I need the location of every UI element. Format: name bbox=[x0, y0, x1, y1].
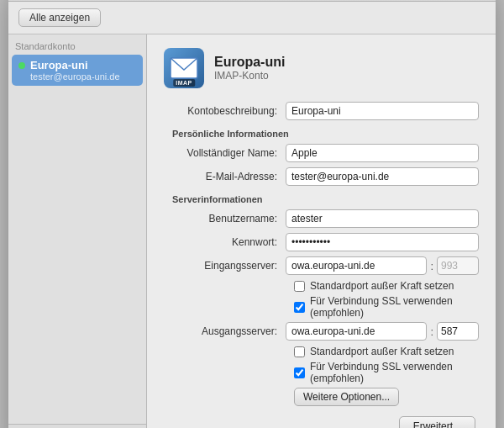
form-row-benutzername: Benutzername: bbox=[164, 209, 479, 228]
ausgangsserver-port-input[interactable] bbox=[437, 322, 479, 341]
kennwort-input[interactable] bbox=[286, 233, 479, 251]
erweitert-button[interactable]: Erweitert... bbox=[399, 416, 475, 428]
ausgang-ssl-row1: Standardport außer Kraft setzen bbox=[164, 346, 479, 357]
email-input[interactable] bbox=[286, 167, 479, 186]
status-dot-icon bbox=[18, 62, 25, 69]
eingang-standardport-checkbox[interactable] bbox=[294, 281, 305, 292]
account-type: IMAP-Konto bbox=[214, 70, 285, 82]
eingang-ssl-row2: Für Verbindung SSL verwenden (empfohlen) bbox=[164, 295, 479, 319]
form-row-kennwort: Kennwort: bbox=[164, 233, 479, 251]
ausgangsserver-row: : bbox=[286, 322, 479, 341]
benutzername-label: Benutzername: bbox=[164, 213, 286, 225]
sidebar-section-label: Standardkonto bbox=[8, 41, 146, 55]
envelope-icon bbox=[170, 57, 198, 79]
kennwort-label: Kennwort: bbox=[164, 236, 286, 248]
titlebar: Konten bbox=[8, 0, 496, 2]
eingangsserver-label: Eingangsserver: bbox=[164, 260, 286, 272]
sidebar-footer: + ▾ − ⚙ ▾ bbox=[8, 424, 146, 428]
kontobeschreibung-input[interactable] bbox=[286, 102, 479, 120]
ausgang-ssl-checkbox[interactable] bbox=[294, 367, 305, 378]
account-display-name: Europa-uni bbox=[214, 55, 285, 70]
sidebar: Standardkonto Europa-uni tester@europa-u… bbox=[8, 34, 147, 428]
form-row-email: E-Mail-Adresse: bbox=[164, 167, 479, 186]
ausgang-standardport-label: Standardport außer Kraft setzen bbox=[310, 346, 454, 357]
eingangsserver-input[interactable] bbox=[286, 256, 427, 275]
eingang-ssl-row1: Standardport außer Kraft setzen bbox=[164, 280, 479, 292]
colon-separator2: : bbox=[430, 325, 433, 338]
form-row-ausgangsserver: Ausgangsserver: : bbox=[164, 322, 479, 341]
weitere-optionen-button[interactable]: Weitere Optionen... bbox=[294, 388, 399, 406]
eingangsserver-port-input[interactable] bbox=[437, 256, 479, 275]
right-panel: IMAP Europa-uni IMAP-Konto Kontobeschrei… bbox=[147, 34, 496, 428]
account-icon: IMAP bbox=[164, 48, 204, 88]
account-header: IMAP Europa-uni IMAP-Konto bbox=[164, 48, 479, 88]
colon-separator: : bbox=[430, 260, 433, 272]
ausgang-standardport-checkbox[interactable] bbox=[294, 346, 305, 357]
email-label: E-Mail-Adresse: bbox=[164, 171, 286, 182]
account-title-block: Europa-uni IMAP-Konto bbox=[214, 55, 285, 82]
persoenliche-section-label: Persönliche Informationen bbox=[164, 129, 479, 139]
eingang-ssl-checkbox[interactable] bbox=[294, 302, 305, 313]
ausgang-ssl-label: Für Verbindung SSL verwenden (empfohlen) bbox=[310, 361, 479, 384]
sidebar-item-name: Europa-uni bbox=[18, 59, 136, 71]
vollstaendiger-name-label: Vollständiger Name: bbox=[164, 147, 286, 159]
sidebar-item-europa-uni[interactable]: Europa-uni tester@europa-uni.de bbox=[12, 55, 143, 86]
vollstaendiger-name-input[interactable] bbox=[286, 144, 479, 162]
kontobeschreibung-label: Kontobeschreibung: bbox=[164, 105, 286, 117]
eingang-ssl-label: Für Verbindung SSL verwenden (empfohlen) bbox=[310, 295, 479, 319]
sidebar-account-email: tester@europa-uni.de bbox=[18, 71, 136, 82]
form-row-kontobeschreibung: Kontobeschreibung: bbox=[164, 102, 479, 120]
benutzername-input[interactable] bbox=[286, 209, 479, 228]
ausgangsserver-label: Ausgangsserver: bbox=[164, 325, 286, 337]
imap-badge: IMAP bbox=[173, 79, 195, 87]
form-row-vollstaendiger-name: Vollständiger Name: bbox=[164, 144, 479, 162]
ausgang-ssl-row2: Für Verbindung SSL verwenden (empfohlen) bbox=[164, 361, 479, 384]
form-row-eingangsserver: Eingangsserver: : bbox=[164, 256, 479, 275]
weitere-optionen-row: Weitere Optionen... bbox=[164, 388, 479, 406]
server-section-label: Serverinformationen bbox=[164, 194, 479, 204]
alle-anzeigen-button[interactable]: Alle anzeigen bbox=[18, 8, 101, 27]
bottom-row: Erweitert... bbox=[164, 416, 479, 428]
eingangsserver-row: : bbox=[286, 256, 479, 275]
main-window: Konten Alle anzeigen Standardkonto Europ… bbox=[8, 0, 496, 428]
eingang-standardport-label: Standardport außer Kraft setzen bbox=[310, 280, 454, 292]
sidebar-account-name: Europa-uni bbox=[30, 59, 88, 71]
toolbar: Alle anzeigen bbox=[8, 2, 496, 34]
ausgangsserver-input[interactable] bbox=[286, 322, 427, 341]
main-content: Standardkonto Europa-uni tester@europa-u… bbox=[8, 34, 496, 428]
